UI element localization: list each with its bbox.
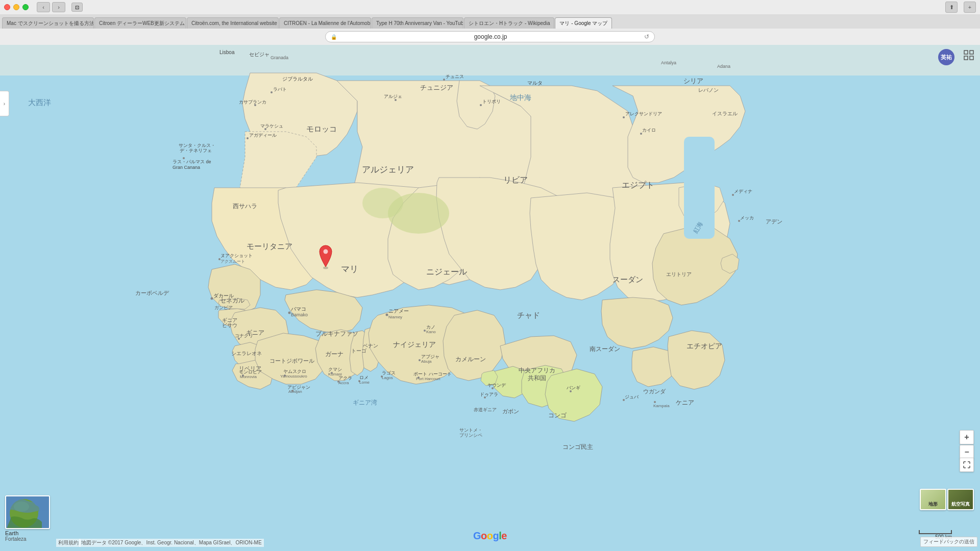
svg-text:モーリタニア: モーリタニア — [247, 242, 292, 251]
svg-text:エチオピア: エチオピア — [687, 342, 722, 350]
svg-text:Bamako: Bamako — [291, 312, 308, 317]
svg-text:ドゥアラ: ドゥアラ — [480, 392, 498, 397]
tab-type-h-youtube[interactable]: Type H 70th Anniversary Van - YouTube — [372, 17, 463, 29]
zoom-controls: + － — [960, 430, 974, 459]
svg-point-169 — [732, 194, 734, 196]
svg-point-85 — [288, 312, 291, 314]
svg-text:アクスムート: アクスムート — [220, 259, 245, 264]
svg-text:Granada: Granada — [271, 55, 288, 60]
svg-text:コンゴ: コンゴ — [548, 412, 567, 419]
svg-point-83 — [211, 297, 213, 300]
svg-point-91 — [386, 314, 388, 316]
earth-thumbnail[interactable]: Earth Fortaleza — [5, 495, 51, 542]
tab-citroen-dealer[interactable]: Citroen ディーラーWEB更新システム — [94, 17, 186, 29]
svg-text:Lome: Lome — [359, 380, 370, 385]
svg-text:チュニジア: チュニジア — [420, 84, 453, 91]
svg-text:メディナ: メディナ — [734, 189, 752, 194]
svg-text:クマシ: クマシ — [328, 367, 342, 372]
svg-point-138 — [443, 79, 445, 81]
tab-mac-screenshot[interactable]: Mac でスクリーンショットを撮る方法 - Apple サ... — [2, 17, 94, 29]
terrain-button[interactable]: 地形 — [920, 489, 946, 510]
map-type-controls: 地形 航空写真 — [920, 489, 974, 510]
svg-text:ビサウ: ビサウ — [222, 322, 237, 328]
svg-text:Abidjan: Abidjan — [288, 389, 302, 394]
svg-text:メッカ: メッカ — [740, 215, 754, 220]
url-text: google.co.jp — [340, 33, 642, 40]
browser-chrome: ‹ › ⊡ ⬆ + Mac でスクリーンショットを撮る方法 - Apple サ.… — [0, 0, 980, 45]
account-button[interactable]: 英祐 — [938, 49, 954, 65]
svg-point-94 — [419, 359, 421, 361]
svg-text:Kano: Kano — [426, 330, 436, 334]
add-tab-button[interactable]: + — [964, 2, 976, 13]
traffic-lights — [4, 4, 29, 10]
svg-point-127 — [570, 390, 572, 392]
back-button[interactable]: ‹ — [37, 2, 50, 12]
svg-point-136 — [480, 104, 482, 106]
svg-rect-180 — [970, 56, 973, 60]
svg-text:ガーナ: ガーナ — [325, 350, 344, 358]
address-bar[interactable]: 🔒 google.co.jp ↺ — [325, 31, 655, 42]
svg-point-140 — [395, 99, 397, 101]
svg-text:プリンシペ: プリンシペ — [459, 433, 482, 438]
tabs-bar: Mac でスクリーンショットを撮る方法 - Apple サ... Citroen… — [0, 14, 980, 29]
svg-text:リビア: リビア — [503, 176, 528, 184]
svg-text:ブルキナファソ: ブルキナファソ — [315, 330, 358, 337]
svg-text:アデン: アデン — [766, 218, 782, 224]
close-button[interactable] — [4, 4, 10, 10]
svg-text:ニアメー: ニアメー — [388, 308, 409, 314]
tab-mali-map[interactable]: マリ - Google マップ — [555, 17, 612, 29]
grid-menu-icon[interactable] — [964, 50, 974, 62]
svg-text:ヤムスクロ: ヤムスクロ — [283, 369, 306, 374]
fortaleza-label: Fortaleza — [5, 536, 51, 542]
fullscreen-button[interactable] — [960, 458, 974, 472]
svg-text:カノ: カノ — [426, 324, 435, 330]
reload-icon[interactable]: ↺ — [644, 33, 649, 40]
svg-text:チュニス: チュニス — [446, 74, 464, 79]
share-button[interactable]: ⬆ — [945, 2, 958, 13]
svg-text:バマコ: バマコ — [290, 306, 306, 312]
maximize-button[interactable] — [22, 4, 29, 10]
svg-text:ジュバ: ジュバ — [625, 394, 639, 399]
map-container[interactable]: 地中海 紅海 大西洋 ギニア湾 モロッコ アルジェリア リビア エジプト 西サハ… — [0, 45, 980, 551]
lock-icon: 🔒 — [331, 34, 337, 40]
feedback-button[interactable]: フィードバックの送信 — [920, 537, 977, 547]
svg-text:ギニア湾: ギニア湾 — [353, 399, 377, 406]
google-o1: o — [481, 530, 487, 541]
svg-text:デ・テネリフェ: デ・テネリフェ — [180, 148, 212, 153]
svg-text:モロッコ: モロッコ — [306, 124, 337, 133]
tab-citroen-malienne[interactable]: CITROEN - La Malienne de l'Automobile — [279, 17, 371, 29]
zoom-in-button[interactable]: + — [960, 430, 974, 444]
svg-point-165 — [623, 116, 625, 118]
svg-text:スーダン: スーダン — [612, 275, 643, 284]
svg-text:南スーダン: 南スーダン — [590, 345, 620, 353]
svg-text:サントメ・: サントメ・ — [459, 428, 482, 433]
svg-text:マラケシュ: マラケシュ — [260, 123, 283, 129]
svg-text:Abuja: Abuja — [421, 359, 432, 364]
tab-citroen-h-wikipedia[interactable]: シトロエン・Hトラック - Wikipedia — [464, 17, 554, 29]
google-g2: g — [493, 530, 499, 541]
svg-rect-1 — [0, 45, 980, 76]
svg-text:Antalya: Antalya — [661, 60, 676, 65]
tab-citroen-international[interactable]: Citroën.com, the International website o… — [187, 17, 279, 29]
svg-point-129 — [424, 330, 426, 332]
satellite-button[interactable]: 航空写真 — [947, 489, 974, 510]
svg-point-148 — [247, 137, 249, 139]
svg-text:Port Harcourt: Port Harcourt — [416, 377, 440, 381]
svg-text:地中海: 地中海 — [509, 93, 531, 102]
sidebar-toggle-button[interactable]: › — [0, 91, 9, 116]
google-e: e — [501, 530, 507, 541]
google-logo: Google — [473, 530, 507, 542]
svg-text:Monrovia: Monrovia — [240, 374, 257, 379]
svg-text:大西洋: 大西洋 — [28, 98, 51, 107]
svg-text:サンタ・クルス・: サンタ・クルス・ — [179, 143, 215, 148]
scale-line — [919, 530, 952, 534]
minimize-button[interactable] — [13, 4, 19, 10]
svg-point-152 — [183, 157, 185, 159]
svg-text:アルジェ: アルジェ — [384, 94, 402, 99]
forward-button[interactable]: › — [52, 2, 65, 12]
svg-rect-178 — [970, 51, 973, 54]
zoom-out-button[interactable]: － — [960, 445, 974, 459]
svg-text:ニジェール: ニジェール — [426, 267, 467, 276]
window-toggle-button[interactable]: ⊡ — [71, 3, 83, 12]
svg-text:マルタ: マルタ — [527, 80, 543, 86]
